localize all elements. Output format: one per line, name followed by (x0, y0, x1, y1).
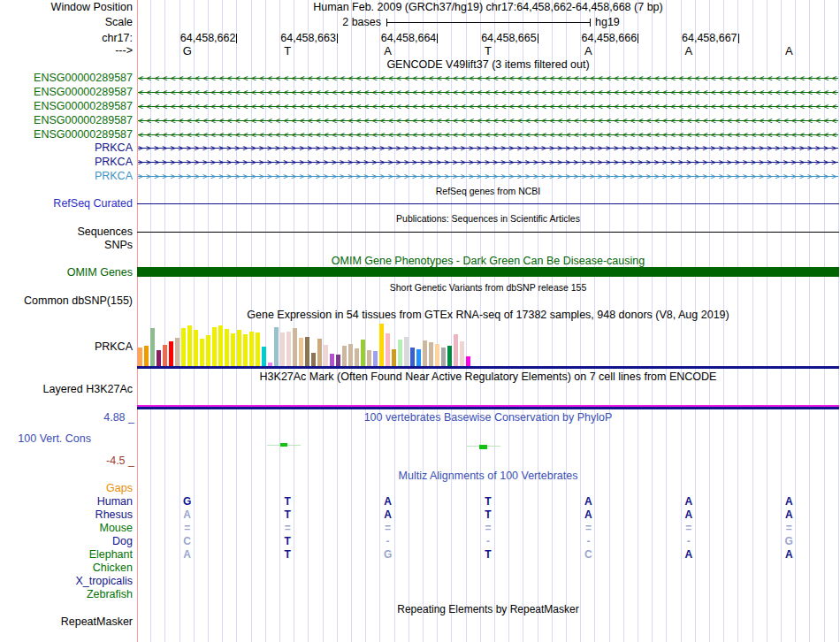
gene-item-row[interactable]: >>>>>>>>>>>>>>>>>>>>>>>>>>>>>>>>>>>>>>>>… (138, 142, 838, 154)
gtex-tissue-bar[interactable] (237, 330, 241, 366)
gtex-tissue-bar[interactable] (293, 328, 297, 366)
gtex-tissue-bar[interactable] (274, 327, 279, 366)
alignment-base[interactable]: T (278, 536, 297, 547)
alignment-base[interactable]: = (178, 523, 197, 534)
layered-h3k27ac-label[interactable]: Layered H3K27Ac (0, 384, 133, 395)
refseq-curated-label[interactable]: RefSeq Curated (0, 198, 133, 210)
gtex-tissue-bar[interactable] (429, 342, 433, 366)
gtex-tissue-bar[interactable] (144, 346, 149, 366)
gtex-tissue-bar[interactable] (330, 354, 334, 366)
alignment-base[interactable]: G (378, 549, 398, 561)
snps-label[interactable]: SNPs (0, 240, 133, 251)
gtex-tissue-bar[interactable] (150, 328, 155, 366)
gtex-tissue-bar[interactable] (373, 351, 378, 366)
alignment-base[interactable]: T (478, 509, 498, 521)
gtex-tissue-bar[interactable] (435, 344, 439, 366)
gene-item-row[interactable]: <<<<<<<<<<<<<<<<<<<<<<<<<<<<<<<<<<<<<<<<… (138, 73, 838, 84)
gtex-tissue-bar[interactable] (305, 337, 309, 366)
gtex-tissue-bar[interactable] (200, 339, 204, 366)
alignment-base[interactable]: C (178, 536, 197, 547)
omim-gene-item[interactable] (137, 267, 839, 277)
gene-label[interactable]: PRKCA (0, 157, 133, 168)
gtex-tissue-bar[interactable] (249, 332, 254, 366)
gtex-tissue-bar[interactable] (386, 333, 390, 366)
gtex-tissue-bar[interactable] (181, 328, 186, 366)
alignment-base[interactable]: = (578, 523, 598, 534)
alignment-base[interactable]: = (278, 523, 297, 534)
alignment-base[interactable]: - (679, 536, 699, 547)
alignment-base[interactable]: A (779, 509, 798, 521)
sequences-item[interactable] (137, 232, 839, 233)
gene-label[interactable]: PRKCA (0, 171, 133, 182)
alignment-base[interactable]: T (278, 509, 297, 521)
alignment-base[interactable]: G (178, 496, 197, 508)
alignment-base[interactable]: C (578, 549, 598, 561)
refseq-curated-item[interactable] (137, 203, 839, 204)
gtex-tissue-bar[interactable] (163, 345, 167, 366)
alignment-base[interactable]: T (278, 496, 297, 508)
gtex-tissue-bar[interactable] (175, 338, 179, 366)
omim-genes-label[interactable]: OMIM Genes (0, 267, 133, 279)
gene-item-row[interactable]: <<<<<<<<<<<<<<<<<<<<<<<<<<<<<<<<<<<<<<<<… (138, 129, 838, 141)
gtex-tissue-bar[interactable] (256, 332, 260, 366)
gtex-tissue-bar[interactable] (398, 340, 402, 366)
alignment-base[interactable]: - (478, 536, 498, 547)
alignment-base[interactable]: A (779, 549, 798, 561)
gtex-tissue-bar[interactable] (392, 349, 396, 366)
alignment-base[interactable]: A (679, 549, 699, 561)
phylop-bar-2[interactable] (479, 445, 487, 449)
gtex-tissue-bar[interactable] (410, 348, 415, 366)
gtex-tissue-bar[interactable] (286, 332, 291, 366)
species-label[interactable]: X_tropicalis (0, 576, 133, 587)
common-dbsnp-label[interactable]: Common dbSNP(155) (0, 295, 133, 307)
gtex-tissue-bar[interactable] (243, 334, 248, 366)
alignment-base[interactable]: T (278, 549, 297, 561)
gtex-tissue-bar[interactable] (194, 330, 198, 366)
gtex-tissue-bar[interactable] (212, 327, 217, 366)
h3k27ac-signal-navy[interactable] (137, 407, 839, 409)
gtex-tissue-bar[interactable] (336, 355, 340, 366)
alignment-base[interactable]: - (378, 536, 398, 547)
alignment-base[interactable]: A (378, 509, 398, 521)
alignment-base[interactable]: A (578, 496, 598, 508)
alignment-base[interactable]: A (679, 509, 699, 521)
gene-label[interactable]: ENSG00000289587 (0, 129, 133, 141)
alignment-base[interactable]: T (478, 496, 498, 508)
gtex-tissue-bar[interactable] (225, 329, 229, 366)
species-label[interactable]: Elephant (0, 549, 133, 561)
gene-item-row[interactable]: <<<<<<<<<<<<<<<<<<<<<<<<<<<<<<<<<<<<<<<<… (138, 101, 838, 112)
gtex-gene-label[interactable]: PRKCA (0, 341, 133, 353)
gtex-tissue-bar[interactable] (454, 334, 458, 366)
gtex-tissue-bar[interactable] (423, 340, 427, 366)
alignment-base[interactable]: A (679, 496, 699, 508)
gtex-tissue-bar[interactable] (231, 333, 235, 366)
alignment-base[interactable]: A (178, 549, 197, 561)
gtex-tissue-bar[interactable] (138, 348, 142, 366)
species-label[interactable]: Dog (0, 536, 133, 547)
gtex-tissue-bar[interactable] (379, 324, 384, 366)
alignment-base[interactable]: = (779, 523, 798, 534)
species-label[interactable]: Chicken (0, 562, 133, 574)
gtex-tissue-bar[interactable] (447, 346, 452, 366)
gtex-tissue-bar[interactable] (317, 339, 322, 366)
gene-item-row[interactable]: <<<<<<<<<<<<<<<<<<<<<<<<<<<<<<<<<<<<<<<<… (138, 115, 838, 126)
gtex-tissue-bar[interactable] (367, 350, 371, 366)
gtex-tissue-bar[interactable] (299, 338, 303, 366)
gtex-tissue-bar[interactable] (218, 325, 223, 366)
gene-item-row[interactable]: <<<<<<<<<<<<<<<<<<<<<<<<<<<<<<<<<<<<<<<<… (138, 87, 838, 98)
species-label[interactable]: Human (0, 496, 133, 508)
gtex-tissue-bar[interactable] (466, 356, 470, 366)
species-label[interactable]: Zebrafish (0, 589, 133, 600)
alignment-base[interactable]: A (779, 496, 798, 508)
repeatmasker-label[interactable]: RepeatMasker (0, 616, 133, 628)
cons-track-label[interactable]: 100 Vert. Cons (0, 433, 91, 445)
gtex-tissue-bar[interactable] (342, 346, 347, 366)
alignment-base[interactable]: A (378, 496, 398, 508)
species-label[interactable]: Gaps (0, 483, 133, 494)
gtex-tissue-bar[interactable] (460, 341, 464, 366)
gtex-tissue-bar[interactable] (404, 337, 409, 366)
gene-label[interactable]: ENSG00000289587 (0, 73, 133, 84)
alignment-base[interactable]: - (578, 536, 598, 547)
sequences-label[interactable]: Sequences (0, 226, 133, 238)
gtex-tissue-bar[interactable] (169, 341, 173, 366)
